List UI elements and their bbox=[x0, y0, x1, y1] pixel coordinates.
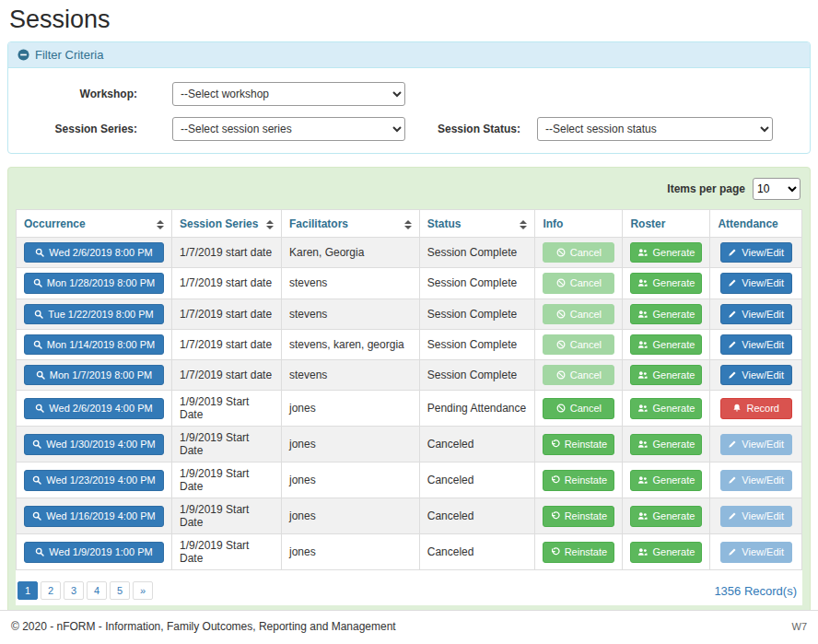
occurrence-button[interactable]: Tue 1/22/2019 8:00 PM bbox=[24, 304, 164, 324]
table-row: Mon 1/28/2019 8:00 PM1/7/2019 start date… bbox=[17, 268, 802, 299]
generate-button[interactable]: Generate bbox=[630, 470, 702, 490]
reinstate-icon bbox=[551, 475, 560, 485]
button-label: View/Edit bbox=[742, 338, 784, 351]
attendance-cell: Record bbox=[710, 391, 802, 427]
generate-button[interactable]: Generate bbox=[630, 434, 702, 454]
session-series-cell: 1/9/2019 Start Date bbox=[172, 391, 282, 427]
info-cell: Reinstate bbox=[535, 498, 623, 534]
search-icon bbox=[34, 310, 43, 319]
info-cell: Reinstate bbox=[535, 463, 623, 498]
occurrence-button[interactable]: Mon 1/28/2019 8:00 PM bbox=[24, 273, 164, 293]
occurrence-button[interactable]: Wed 2/6/2019 8:00 PM bbox=[24, 242, 164, 263]
cancel-button[interactable]: Cancel bbox=[543, 273, 614, 293]
occurrence-button[interactable]: Wed 1/9/2019 1:00 PM bbox=[24, 542, 164, 562]
view-edit-button[interactable]: View/Edit bbox=[720, 365, 792, 385]
button-label: Mon 1/7/2019 8:00 PM bbox=[50, 369, 152, 381]
button-label: Cancel bbox=[570, 402, 602, 415]
pagination-next-button[interactable]: » bbox=[133, 581, 153, 600]
reinstate-icon bbox=[551, 547, 560, 556]
pagination-page-3[interactable]: 3 bbox=[64, 581, 84, 600]
sort-icon[interactable] bbox=[157, 220, 164, 229]
column-header-session-series[interactable]: Session Series bbox=[172, 210, 282, 238]
generate-button[interactable]: Generate bbox=[630, 542, 702, 562]
cancel-button[interactable]: Cancel bbox=[543, 242, 614, 263]
sort-icon[interactable] bbox=[404, 220, 412, 229]
status-cell: Session Complete bbox=[419, 238, 535, 268]
occurrence-button[interactable]: Mon 1/14/2019 8:00 PM bbox=[24, 334, 164, 355]
sessions-table: OccurrenceSession SeriesFacilitatorsStat… bbox=[16, 209, 802, 570]
occurrence-button[interactable]: Wed 1/16/2019 4:00 PM bbox=[24, 506, 164, 526]
view-edit-button[interactable]: View/Edit bbox=[720, 273, 792, 293]
page-title: Sessions bbox=[9, 6, 818, 34]
cancel-icon bbox=[556, 278, 566, 287]
session-status-label: Session Status: bbox=[432, 123, 520, 135]
column-label: Roster bbox=[630, 217, 665, 230]
cancel-button[interactable]: Cancel bbox=[543, 334, 614, 355]
items-per-page-select[interactable]: 10 bbox=[753, 178, 800, 200]
generate-button[interactable]: Generate bbox=[630, 334, 702, 355]
column-label: Facilitators bbox=[289, 217, 348, 230]
cancel-button[interactable]: Cancel bbox=[543, 398, 614, 418]
reinstate-button[interactable]: Reinstate bbox=[543, 434, 614, 454]
collapse-minus-icon[interactable] bbox=[18, 49, 29, 61]
cancel-button[interactable]: Cancel bbox=[543, 365, 614, 385]
generate-button[interactable]: Generate bbox=[630, 242, 702, 263]
occurrence-cell: Mon 1/14/2019 8:00 PM bbox=[17, 329, 172, 359]
sort-icon[interactable] bbox=[520, 220, 527, 229]
view-edit-button[interactable]: View/Edit bbox=[720, 242, 792, 263]
session-series-select[interactable]: --Select session series bbox=[172, 117, 405, 141]
button-label: View/Edit bbox=[742, 246, 784, 259]
reinstate-button[interactable]: Reinstate bbox=[543, 506, 614, 526]
table-row: Wed 1/23/2019 4:00 PM1/9/2019 Start Date… bbox=[17, 463, 802, 498]
record-button[interactable]: Record bbox=[720, 398, 792, 418]
reinstate-button[interactable]: Reinstate bbox=[543, 470, 614, 490]
sort-icon[interactable] bbox=[266, 220, 274, 229]
roster-cell: Generate bbox=[623, 360, 710, 391]
view-edit-button[interactable]: View/Edit bbox=[720, 470, 792, 490]
generate-button[interactable]: Generate bbox=[630, 506, 702, 526]
generate-button[interactable]: Generate bbox=[630, 273, 702, 293]
occurrence-button[interactable]: Wed 2/6/2019 4:00 PM bbox=[24, 398, 164, 418]
occurrence-cell: Mon 1/7/2019 8:00 PM bbox=[17, 360, 172, 391]
generate-button[interactable]: Generate bbox=[630, 304, 702, 324]
occurrence-button[interactable]: Wed 1/30/2019 4:00 PM bbox=[24, 434, 164, 454]
footer-environment: W7 bbox=[792, 621, 808, 632]
table-row: Wed 1/30/2019 4:00 PM1/9/2019 Start Date… bbox=[17, 427, 802, 463]
view-edit-button[interactable]: View/Edit bbox=[720, 304, 792, 324]
roster-cell: Generate bbox=[623, 498, 710, 534]
pagination-page-1[interactable]: 1 bbox=[18, 581, 38, 600]
table-row: Tue 1/22/2019 8:00 PM1/7/2019 start date… bbox=[17, 299, 802, 329]
pagination-page-2[interactable]: 2 bbox=[41, 581, 61, 600]
button-label: Record bbox=[746, 402, 778, 415]
reinstate-button[interactable]: Reinstate bbox=[543, 542, 614, 562]
site-footer: © 2020 - nFORM - Information, Family Out… bbox=[0, 610, 818, 633]
session-series-cell: 1/7/2019 start date bbox=[172, 238, 282, 268]
view-edit-button[interactable]: View/Edit bbox=[720, 506, 792, 526]
column-header-facilitators[interactable]: Facilitators bbox=[281, 210, 419, 238]
column-header-info: Info bbox=[535, 210, 623, 238]
button-label: Cancel bbox=[570, 338, 602, 351]
filter-criteria-header[interactable]: Filter Criteria bbox=[8, 42, 810, 68]
view-edit-button[interactable]: View/Edit bbox=[720, 434, 792, 454]
column-label: Info bbox=[543, 217, 563, 230]
roster-icon bbox=[637, 340, 648, 349]
session-status-select[interactable]: --Select session status bbox=[537, 117, 773, 141]
view-edit-button[interactable]: View/Edit bbox=[720, 542, 792, 562]
generate-button[interactable]: Generate bbox=[630, 398, 702, 418]
column-header-status[interactable]: Status bbox=[419, 210, 535, 238]
generate-button[interactable]: Generate bbox=[630, 365, 702, 385]
occurrence-button[interactable]: Mon 1/7/2019 8:00 PM bbox=[24, 365, 164, 385]
button-label: Reinstate bbox=[565, 474, 607, 486]
pagination-page-4[interactable]: 4 bbox=[87, 581, 107, 600]
workshop-select[interactable]: --Select workshop bbox=[172, 82, 405, 106]
column-header-occurrence[interactable]: Occurrence bbox=[17, 210, 172, 238]
occurrence-button[interactable]: Wed 1/23/2019 4:00 PM bbox=[24, 470, 164, 490]
search-icon bbox=[36, 370, 45, 380]
cancel-icon bbox=[556, 310, 566, 319]
table-footer: 12345» 1356 Record(s) bbox=[16, 570, 802, 605]
view-edit-button[interactable]: View/Edit bbox=[720, 334, 792, 355]
button-label: Generate bbox=[652, 509, 695, 522]
button-label: View/Edit bbox=[742, 545, 784, 558]
cancel-button[interactable]: Cancel bbox=[543, 304, 614, 324]
pagination-page-5[interactable]: 5 bbox=[110, 581, 130, 600]
